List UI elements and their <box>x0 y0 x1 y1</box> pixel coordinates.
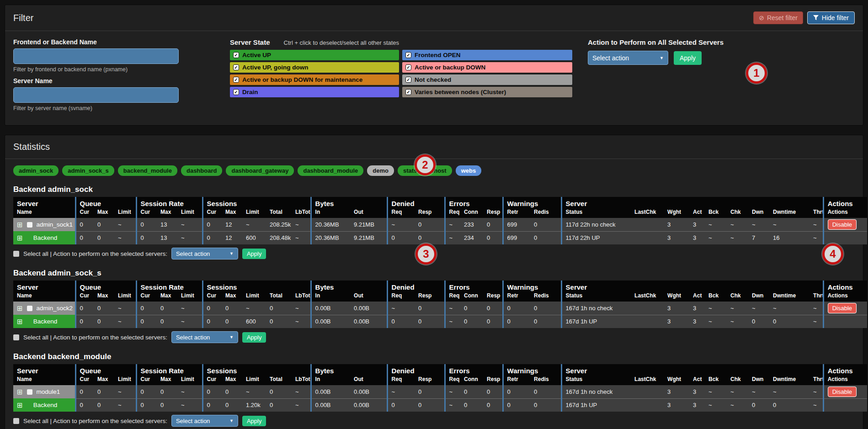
backend-tag[interactable]: admin_sock_s <box>62 165 114 176</box>
server-state-option[interactable]: ✓Active UP <box>230 50 399 60</box>
disable-button[interactable]: Disable <box>828 303 857 313</box>
pxname-filter-input[interactable] <box>13 48 179 64</box>
table-apply-button[interactable]: Apply <box>242 332 266 343</box>
reset-filter-button[interactable]: ⊘ Reset filter <box>753 11 803 24</box>
row-checkbox[interactable] <box>27 389 32 395</box>
cell: ~ <box>769 218 809 231</box>
column-group-header: Session Rate <box>136 364 202 376</box>
cell: 0 <box>460 315 483 328</box>
cell: 0 <box>483 398 503 412</box>
cell: 0 <box>266 315 292 328</box>
column-group-header: Denied <box>387 364 445 376</box>
expand-icon[interactable]: ⊞ <box>17 305 23 312</box>
cell: ~ <box>705 385 727 398</box>
column-header: Act <box>689 292 705 302</box>
cell: 0.00B <box>311 315 350 328</box>
expand-icon[interactable]: ⊞ <box>17 221 23 228</box>
column-header: Max <box>94 208 114 218</box>
server-state-option[interactable]: ✓Active or backup DOWN <box>402 62 572 73</box>
checkbox-checked-icon: ✓ <box>405 77 411 83</box>
table-action-select[interactable]: Select action▼ <box>171 331 238 343</box>
backend-tag[interactable]: webs <box>456 165 482 176</box>
column-header: Max <box>94 376 114 385</box>
backend-tag[interactable]: admin_sock <box>13 165 59 176</box>
column-group-header: Warnings <box>503 197 561 208</box>
bulk-apply-button[interactable]: Apply <box>674 51 702 65</box>
cell: ~ <box>114 315 136 328</box>
cell: 0 <box>157 385 177 398</box>
cell: ~ <box>809 218 823 231</box>
column-header: Chk <box>727 208 748 218</box>
cell: 20.36MB <box>311 218 350 231</box>
column-group-header: Session Rate <box>136 197 202 208</box>
backend-tag[interactable]: dashboard_module <box>298 165 363 176</box>
cell: 3 <box>689 315 705 328</box>
select-all-checkbox[interactable] <box>13 334 19 340</box>
disable-button[interactable]: Disable <box>828 219 857 230</box>
checkbox-checked-icon: ✓ <box>405 52 411 58</box>
column-header: Limit <box>242 292 266 302</box>
cell: 0 <box>387 398 415 412</box>
cell: 0.00B <box>311 385 350 398</box>
backend-tag[interactable]: backend_module <box>118 165 177 176</box>
backend-section: Backend backend_moduleServerQueueSession… <box>13 352 855 427</box>
hide-filter-button[interactable]: Hide filter <box>807 11 855 24</box>
column-header: Actions <box>823 376 867 385</box>
expand-icon[interactable]: ⊞ <box>17 318 23 325</box>
table-action-select[interactable]: Select action▼ <box>171 248 238 260</box>
cell: 0.00B <box>350 385 387 398</box>
backend-tag[interactable]: dashboard <box>181 165 222 176</box>
table-action-select[interactable]: Select action▼ <box>171 415 238 427</box>
server-state-option[interactable]: ✓Drain <box>230 87 399 97</box>
expand-icon[interactable]: ⊞ <box>17 234 23 241</box>
annotation-badge-2: 2 <box>415 154 436 175</box>
column-header: Total <box>266 208 292 218</box>
cell: 0 <box>266 302 292 315</box>
bulk-action-label: Action to Perform on All Selected Server… <box>588 38 724 46</box>
cell: ~ <box>809 302 823 315</box>
server-state-option[interactable]: ✓Frontend OPEN <box>402 50 572 60</box>
expand-icon[interactable]: ⊞ <box>17 388 23 395</box>
cell: ~ <box>705 218 727 231</box>
cell: 0 <box>222 385 242 398</box>
column-header: Cur <box>136 376 157 385</box>
cell: 0 <box>75 302 94 315</box>
backend-tag[interactable]: demo <box>367 165 394 176</box>
disable-button[interactable]: Disable <box>828 387 857 397</box>
expand-icon[interactable]: ⊞ <box>17 402 23 408</box>
server-state-option[interactable]: ✓Active UP, going down <box>230 62 399 73</box>
row-checkbox[interactable] <box>27 222 32 228</box>
column-group-header: Server <box>561 197 823 208</box>
server-state-option[interactable]: ✓Active or backup DOWN for maintenance <box>230 74 399 85</box>
select-all-checkbox[interactable] <box>13 418 19 424</box>
cell: 0 <box>222 315 242 328</box>
column-header: Limit <box>114 208 136 218</box>
cell: 600 <box>242 231 266 244</box>
column-header: LbTot <box>292 208 311 218</box>
cell: 0 <box>415 398 445 412</box>
cell: ~ <box>177 398 202 412</box>
cell: 0 <box>769 398 809 412</box>
server-state-option[interactable]: ✓Not checked <box>402 74 572 85</box>
select-all-checkbox[interactable] <box>13 251 19 257</box>
svname-filter-input[interactable] <box>13 87 179 103</box>
cell: 0 <box>748 315 769 328</box>
statistics-body: admin_sockadmin_sock_sbackend_moduledash… <box>5 159 863 429</box>
column-header: Req <box>387 292 415 302</box>
statistics-panel: Statistics admin_sockadmin_sock_sbackend… <box>5 135 863 429</box>
caret-down-icon: ▼ <box>660 56 664 60</box>
cell: ~ <box>242 302 266 315</box>
column-header: Resp <box>483 376 503 385</box>
backend-tag[interactable]: dashboard_gateway <box>226 165 294 176</box>
cell: ~ <box>177 385 202 398</box>
cell: ~ <box>387 302 415 315</box>
bulk-action-select[interactable]: Select action ▼ <box>588 51 668 65</box>
row-checkbox[interactable] <box>27 306 32 311</box>
cell: ~ <box>727 385 748 398</box>
column-header: Cur <box>202 208 222 218</box>
table-apply-button[interactable]: Apply <box>242 416 266 426</box>
stats-table: ServerQueueSession RateSessionsBytesDeni… <box>13 197 867 244</box>
select-all-label: Select all | Action to perform on the se… <box>23 334 167 341</box>
server-state-option[interactable]: ✓Varies between nodes (Cluster) <box>402 87 572 97</box>
table-apply-button[interactable]: Apply <box>242 249 266 259</box>
